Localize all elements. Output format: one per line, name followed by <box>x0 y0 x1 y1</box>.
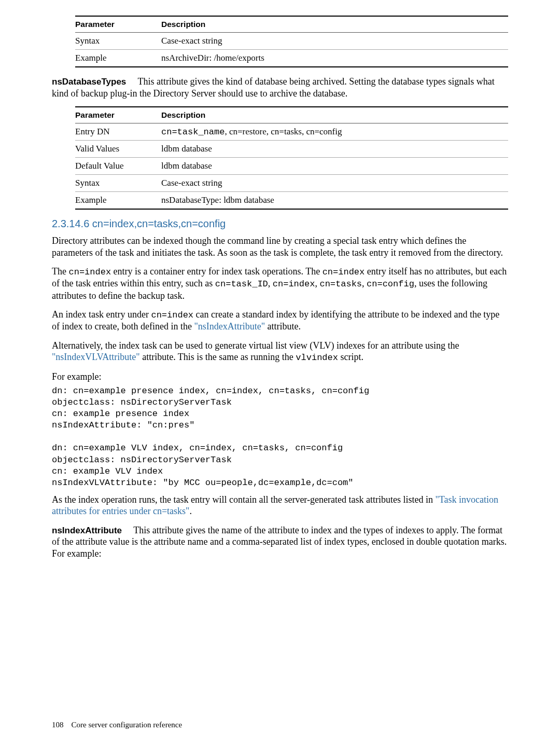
table-nsdatabasetypes: Parameter Description Entry DN cn=task_n… <box>75 106 508 210</box>
para-container-entry: The cn=index entry is a container entry … <box>52 266 508 301</box>
table-row: Entry DN cn=task_name, cn=restore, cn=ta… <box>75 123 508 141</box>
link-nsindexvlvattribute[interactable]: "nsIndexVLVAttribute" <box>52 352 140 362</box>
table-row: Syntax Case-exact string <box>75 33 508 50</box>
table-row: Syntax Case-exact string <box>75 175 508 192</box>
section-number: 2.3.14.6 <box>52 218 89 229</box>
th-parameter: Parameter <box>75 107 161 123</box>
cell-param: Syntax <box>75 175 161 192</box>
code-block-example: dn: cn=example presence index, cn=index,… <box>52 385 508 489</box>
inline-code: cn=task_ID <box>215 279 268 289</box>
attr-title: nsDatabaseTypes <box>52 77 126 87</box>
cell-desc: cn=task_name, cn=restore, cn=tasks, cn=c… <box>161 123 508 141</box>
table-row: Valid Values ldbm database <box>75 141 508 158</box>
cell-desc: nsArchiveDir: /home/exports <box>161 50 508 67</box>
para-operation: As the index operation runs, the task en… <box>52 494 508 517</box>
th-parameter: Parameter <box>75 16 161 33</box>
cell-param: Entry DN <box>75 123 161 141</box>
inline-code: vlvindex <box>296 353 338 363</box>
table-row: Default Value ldbm database <box>75 158 508 175</box>
inline-code: cn=config <box>367 279 414 289</box>
cell-param: Example <box>75 50 161 67</box>
th-description: Description <box>161 107 508 123</box>
cell-param: Example <box>75 192 161 210</box>
link-nsindexattribute[interactable]: "nsIndexAttribute" <box>194 321 265 331</box>
cell-desc: ldbm database <box>161 158 508 175</box>
page-content: Parameter Description Syntax Case-exact … <box>0 0 560 587</box>
inline-code: cn=tasks <box>319 279 362 289</box>
cell-param: Default Value <box>75 158 161 175</box>
cell-desc: Case-exact string <box>161 175 508 192</box>
page-footer: 108 Core server configuration reference <box>52 721 182 729</box>
nsdatabasetypes-para: nsDatabaseTypes This attribute gives the… <box>52 76 508 99</box>
mono-text: cn=task_name <box>161 127 225 137</box>
table-row: Example nsArchiveDir: /home/exports <box>75 50 508 67</box>
page-number: 108 <box>52 721 64 729</box>
cell-param: Valid Values <box>75 141 161 158</box>
inline-code: cn=index <box>68 267 111 277</box>
para-intro: Directory attributes can be indexed thou… <box>52 235 508 258</box>
inline-code: cn=index <box>273 279 315 289</box>
section-title: cn=index,cn=tasks,cn=config <box>92 218 226 229</box>
table-nsarchivedir: Parameter Description Syntax Case-exact … <box>75 16 508 67</box>
nsindexattribute-para: nsIndexAttribute This attribute gives th… <box>52 524 508 560</box>
inline-code: cn=index <box>323 267 365 277</box>
para-index-task: An index task entry under cn=index can c… <box>52 309 508 333</box>
table1-wrap: Parameter Description Syntax Case-exact … <box>75 16 508 67</box>
table2-wrap: Parameter Description Entry DN cn=task_n… <box>75 106 508 210</box>
cell-desc: Case-exact string <box>161 33 508 50</box>
section-heading: 2.3.14.6 cn=index,cn=tasks,cn=config <box>52 218 508 230</box>
cell-desc: ldbm database <box>161 141 508 158</box>
attr-title: nsIndexAttribute <box>52 526 122 535</box>
table-row: Example nsDatabaseType: ldbm database <box>75 192 508 210</box>
para-forexample: For example: <box>52 371 508 383</box>
para-vlv: Alternatively, the index task can be use… <box>52 340 508 364</box>
footer-title: Core server configuration reference <box>72 721 183 729</box>
cell-desc-post: , cn=restore, cn=tasks, cn=config <box>225 127 342 136</box>
inline-code: cn=index <box>151 310 193 320</box>
th-description: Description <box>161 16 508 33</box>
cell-desc: nsDatabaseType: ldbm database <box>161 192 508 210</box>
cell-param: Syntax <box>75 33 161 50</box>
